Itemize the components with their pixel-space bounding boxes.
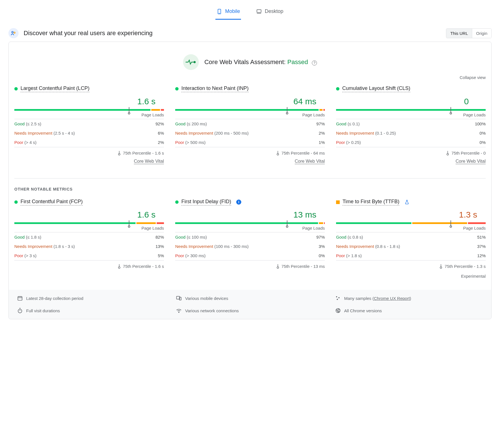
metric-card-ttfb: Time to First Byte (TTFB) 1.3 s Page Loa…	[336, 199, 486, 279]
tab-mobile[interactable]: Mobile	[215, 6, 241, 20]
distribution-bar	[14, 109, 164, 111]
metric-score-inp: 64 ms	[175, 97, 325, 106]
svg-point-6	[194, 62, 195, 63]
chrome-ux-report-link[interactable]: Chrome UX Report	[374, 296, 410, 301]
status-square-icon	[336, 200, 340, 204]
tab-desktop[interactable]: Desktop	[255, 6, 284, 20]
collapse-view-link[interactable]: Collapse view	[14, 73, 486, 85]
svg-rect-2	[257, 10, 261, 12]
svg-point-28	[18, 309, 22, 313]
status-dot-icon	[14, 200, 18, 204]
desktop-icon	[256, 9, 262, 14]
header-row: Discover what your real users are experi…	[8, 28, 492, 38]
assessment-label: Core Web Vitals Assessment:	[204, 58, 286, 65]
page-loads-label: Page Loads	[14, 112, 164, 117]
metric-score-fcp: 1.6 s	[14, 210, 164, 220]
distribution-bar	[336, 109, 486, 111]
status-dot-icon	[336, 87, 339, 90]
other-metrics-grid: First Contentful Paint (FCP) 1.6 s Page …	[14, 199, 486, 279]
core-web-vital-link[interactable]: Core Web Vital	[456, 159, 486, 164]
metric-title-inp[interactable]: Interaction to Next Paint (INP)	[181, 85, 249, 92]
percentile-marker-icon	[286, 107, 288, 114]
percentile-marker-icon	[128, 107, 130, 114]
scope-toggle: This URL Origin	[446, 28, 492, 38]
metric-title-lcp[interactable]: Largest Contentful Paint (LCP)	[21, 85, 89, 92]
devices-icon	[176, 295, 182, 301]
metric-title-ttfb[interactable]: Time to First Byte (TTFB)	[343, 199, 399, 205]
page-title: Discover what your real users are experi…	[24, 30, 153, 37]
metric-score-cls: 0	[336, 97, 486, 106]
svg-point-4	[12, 31, 13, 33]
scatter-icon	[335, 295, 341, 301]
pulse-icon	[183, 54, 199, 70]
metric-card-cls: Cumulative Layout Shift (CLS) 0 Page Loa…	[336, 85, 486, 167]
footer-devices: Various mobile devices	[185, 296, 228, 301]
marker-icon	[440, 264, 442, 269]
core-web-vital-link[interactable]: Core Web Vital	[295, 159, 325, 164]
marker-icon	[118, 151, 121, 155]
core-web-vital-link[interactable]: Core Web Vital	[134, 159, 164, 164]
status-dot-icon	[14, 87, 18, 90]
calendar-icon	[17, 295, 23, 301]
distribution-bar	[175, 109, 325, 111]
this-url-button[interactable]: This URL	[446, 29, 472, 38]
footer-info: Latest 28-day collection period Various …	[9, 290, 491, 319]
footer-network: Various network connections	[185, 308, 239, 313]
percentile-marker-icon	[286, 220, 288, 228]
footer-durations: Full visit durations	[26, 308, 60, 313]
marker-icon	[276, 151, 279, 155]
distribution-bar	[175, 222, 325, 224]
percentile-marker-icon	[450, 107, 452, 114]
vitals-panel: Core Web Vitals Assessment: Passed ? Col…	[8, 42, 492, 319]
distribution-bar	[14, 222, 164, 224]
marker-icon	[276, 264, 279, 269]
mobile-icon	[217, 9, 222, 14]
other-metrics-heading: OTHER NOTABLE METRICS	[14, 187, 486, 191]
info-icon[interactable]: i	[236, 200, 241, 205]
device-tabs: Mobile Desktop	[8, 6, 492, 20]
assessment-status: Passed	[287, 58, 308, 65]
metric-card-inp: Interaction to Next Paint (INP) 64 ms Pa…	[175, 85, 325, 167]
metric-card-lcp: Largest Contentful Paint (LCP) 1.6 s Pag…	[14, 85, 164, 167]
tab-mobile-label: Mobile	[225, 8, 240, 14]
status-dot-icon	[175, 87, 179, 90]
footer-versions: All Chrome versions	[344, 308, 382, 313]
svg-rect-19	[18, 297, 22, 300]
distribution-bar	[336, 222, 486, 224]
metric-title-cls[interactable]: Cumulative Layout Shift (CLS)	[342, 85, 410, 92]
flask-icon[interactable]	[404, 200, 409, 205]
metric-score-lcp: 1.6 s	[14, 97, 164, 106]
core-vitals-grid: Largest Contentful Paint (LCP) 1.6 s Pag…	[14, 85, 486, 167]
chrome-icon	[335, 308, 341, 313]
marker-icon	[446, 151, 449, 155]
assessment-banner: Core Web Vitals Assessment: Passed ?	[14, 49, 486, 73]
svg-point-31	[179, 312, 179, 313]
svg-point-27	[337, 299, 338, 300]
metric-card-fcp: First Contentful Paint (FCP) 1.6 s Page …	[14, 199, 164, 279]
svg-point-5	[14, 32, 15, 33]
users-icon	[8, 28, 19, 38]
percentile-marker-icon	[450, 220, 452, 228]
marker-icon	[118, 264, 121, 269]
wifi-icon	[176, 308, 182, 313]
help-icon[interactable]: ?	[312, 60, 317, 65]
metric-score-ttfb: 1.3 s	[336, 210, 486, 220]
percentile-marker-icon	[128, 220, 130, 228]
footer-period: Latest 28-day collection period	[26, 296, 83, 301]
experimental-label: Experimental	[336, 274, 486, 279]
origin-button[interactable]: Origin	[472, 29, 491, 38]
svg-point-26	[338, 297, 339, 298]
metric-title-fid[interactable]: First Input Delay (FID)	[181, 199, 231, 205]
tab-desktop-label: Desktop	[265, 8, 283, 14]
metric-score-fid: 13 ms	[175, 210, 325, 220]
stopwatch-icon	[17, 308, 23, 313]
status-dot-icon	[175, 200, 179, 204]
metric-card-fid: First Input Delay (FID) i 13 ms Page Loa…	[175, 199, 325, 279]
metric-title-fcp[interactable]: First Contentful Paint (FCP)	[21, 199, 83, 205]
svg-point-25	[336, 296, 337, 297]
